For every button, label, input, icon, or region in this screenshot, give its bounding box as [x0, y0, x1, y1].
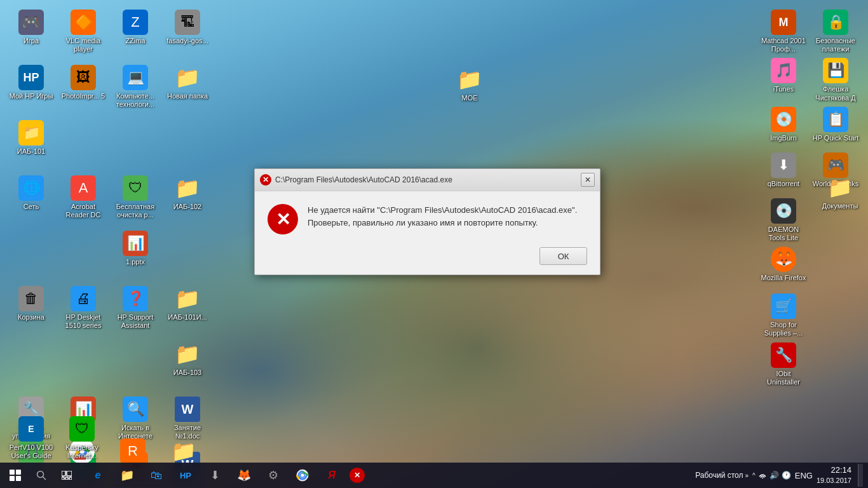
icon-label-moi-hp: Мой HP Игры — [10, 92, 53, 100]
icon-iab102[interactable]: 📁 ИАБ-102 — [163, 172, 212, 226]
icon-hp-deskjet[interactable]: 🖨 HP Deskjet 1510 series — [58, 283, 108, 337]
icon-label-besplatnaya: Бесплатная очистка р... — [111, 203, 159, 219]
sys-tray: ^ 🔊 🕐 — [752, 471, 791, 480]
svg-rect-3 — [10, 470, 15, 475]
icon-label-perfv10: PerfV10 V100 User's Guide — [7, 444, 55, 460]
icon-moe[interactable]: 📁 МОЕ — [445, 64, 494, 108]
dialog-close-button[interactable]: ✕ — [581, 173, 595, 187]
icon-iab101[interactable]: 📁 ИАБ-101 — [6, 117, 56, 171]
working-desktop-label: Рабочий стол » — [695, 471, 749, 480]
taskbar-clock[interactable]: 22:14 19.03.2017 — [817, 465, 851, 485]
taskbar-explorer[interactable]: 📁 — [113, 464, 141, 487]
icon-label-iab101p: ИАБ-101И... — [168, 313, 207, 322]
icon-dokumenty[interactable]: 📁 Документы — [815, 172, 865, 216]
icon-photo[interactable]: 🖼 PhotoImpr... 5 — [58, 62, 108, 116]
icon-iobit[interactable]: 🔧 IObit Uninstaller — [759, 339, 808, 386]
icon-label-iab102: ИАБ-102 — [173, 203, 201, 211]
icon-vlc[interactable]: 🔶 VLC media player — [58, 6, 108, 60]
icon-qbittorrent[interactable]: ⬇ qBittorrent — [759, 149, 808, 194]
svg-rect-11 — [62, 477, 64, 480]
icon-igra[interactable]: 🎮 Игра — [6, 6, 56, 60]
language-indicator[interactable]: ENG — [795, 471, 813, 480]
icon-hpquick[interactable]: 📋 HP Quick Start — [811, 104, 860, 148]
icon-label-iobit: IObit Uninstaller — [759, 370, 808, 386]
icon-shop-supplies[interactable]: 🛒 Shop for Supplies –... — [759, 290, 808, 337]
task-view-button[interactable] — [55, 463, 79, 487]
taskbar-settings[interactable]: ⚙ — [259, 464, 287, 487]
icon-moi-hp[interactable]: HP Мой HP Игры — [6, 62, 56, 116]
icon-flashka[interactable]: 💾 Флешка Чистякова Д — [811, 55, 860, 102]
desktop: 🎮 Игра 🔶 VLC media player Z ZZima 🏗 fasa… — [0, 0, 868, 488]
svg-rect-5 — [10, 476, 15, 481]
svg-rect-10 — [67, 471, 72, 476]
taskbar-edge[interactable]: e — [84, 464, 112, 487]
icon-comp[interactable]: 💻 Компьюте... технологи... — [111, 62, 160, 116]
icon-label-vlc: VLC media player — [59, 37, 107, 53]
icon-iab101p[interactable]: 📁 ИАБ-101И... — [163, 283, 212, 337]
taskbar-chrome[interactable] — [288, 464, 316, 487]
volume-icon[interactable]: 🔊 — [770, 471, 779, 480]
taskbar-apps: e 📁 🛍 HP ⬇ 🦊 ⚙ — [81, 464, 690, 487]
svg-rect-4 — [16, 470, 21, 475]
taskbar-close[interactable]: ✕ — [349, 468, 365, 483]
icon-daemon[interactable]: 💿 DAEMON Tools Lite — [759, 195, 808, 242]
taskbar-qbittorrent[interactable]: ⬇ — [201, 464, 229, 487]
icon-imgburn[interactable]: 💿 ImgBurn — [759, 104, 808, 148]
dialog-ok-button[interactable]: ОК — [539, 247, 587, 265]
icon-new-folder[interactable]: 📁 Новая папка — [163, 62, 212, 116]
taskbar-store[interactable]: 🛍 — [142, 464, 170, 487]
icon-mozilla[interactable]: 🦊 Mozilla Firefox — [759, 243, 808, 288]
show-desktop-button[interactable] — [858, 464, 863, 487]
svg-line-8 — [43, 477, 46, 480]
icon-label-set: Сеть — [24, 203, 39, 211]
icon-acrobat[interactable]: A Acrobat Reader DC — [58, 172, 108, 226]
dialog-error-icon: ✕ — [268, 204, 298, 234]
svg-rect-6 — [16, 476, 21, 481]
network-icon[interactable] — [758, 471, 767, 480]
icon-label-iab103: ИАБ-103 — [173, 369, 201, 377]
icon-label-shop-supplies: Shop for Supplies –... — [759, 321, 808, 337]
error-dialog: ✕ C:\Program Files\Autodesk\AutoCAD 2016… — [254, 168, 600, 275]
icon-label-new-folder: Новая папка — [167, 92, 208, 100]
search-button[interactable] — [29, 463, 53, 487]
icon-label-itunes: iTunes — [773, 85, 794, 93]
start-button[interactable] — [3, 463, 28, 488]
dialog-message: Не удается найти "C:\Program Files\Autod… — [308, 204, 587, 229]
show-hidden-icon[interactable]: ^ — [752, 472, 756, 479]
icon-label-photo: PhotoImpr... 5 — [62, 92, 105, 100]
icon-korzina[interactable]: 🗑 Корзина — [6, 283, 56, 337]
icon-mathcad[interactable]: M Mathcad 2001 Проф... — [759, 6, 808, 53]
clock-icon: 🕐 — [782, 471, 791, 480]
taskbar-firefox[interactable]: 🦊 — [230, 464, 258, 487]
icon-kaspersky[interactable]: 🛡 Kaspersky Internet... — [57, 413, 107, 460]
icon-bezopas[interactable]: 🔒 Безопасные платежи — [811, 6, 860, 53]
icon-label-imgburn: ImgBurn — [770, 134, 797, 142]
svg-point-16 — [301, 474, 304, 477]
taskbar-left — [0, 463, 81, 488]
icon-zzima[interactable]: Z ZZima — [111, 6, 160, 60]
icon-itunes[interactable]: 🎵 iTunes — [759, 55, 808, 102]
icon-label-fasadyi: fasadyi-gos... — [166, 37, 208, 45]
icon-hp-support[interactable]: ❓ HP Support Assistant — [111, 283, 160, 337]
icon-set[interactable]: 🌐 Сеть — [6, 172, 56, 226]
icon-label-kaspersky: Kaspersky Internet... — [58, 444, 106, 460]
icon-iab103[interactable]: 📁 ИАБ-103 — [163, 338, 212, 392]
icon-pptx1[interactable]: 📊 1.pptx — [111, 227, 160, 281]
icon-label-pptx1: 1.pptx — [126, 258, 145, 266]
icon-label-mathcad: Mathcad 2001 Проф... — [759, 37, 808, 53]
dialog-titlebar: ✕ C:\Program Files\Autodesk\AutoCAD 2016… — [255, 169, 600, 191]
icon-label-korzina: Корзина — [18, 313, 44, 322]
icon-label-hpquick: HP Quick Start — [813, 134, 859, 142]
icon-perfv10[interactable]: E PerfV10 V100 User's Guide — [6, 413, 56, 460]
taskbar-yandex[interactable]: Я — [318, 464, 346, 487]
dialog-title: C:\Program Files\Autodesk\AutoCAD 2016\a… — [275, 175, 581, 184]
taskbar-hp[interactable]: HP — [172, 464, 200, 487]
desktop-label-text: Рабочий стол — [695, 471, 743, 480]
icon-label-igra: Игра — [24, 37, 39, 45]
icon-fasadyi[interactable]: 🏗 fasadyi-gos... — [163, 6, 212, 60]
dialog-footer: ОК — [255, 241, 600, 274]
icon-label-qbittorrent: qBittorrent — [768, 180, 800, 188]
svg-rect-9 — [62, 471, 65, 476]
current-date: 19.03.2017 — [817, 476, 851, 485]
icon-besplatnaya[interactable]: 🛡 Бесплатная очистка р... — [111, 172, 160, 226]
